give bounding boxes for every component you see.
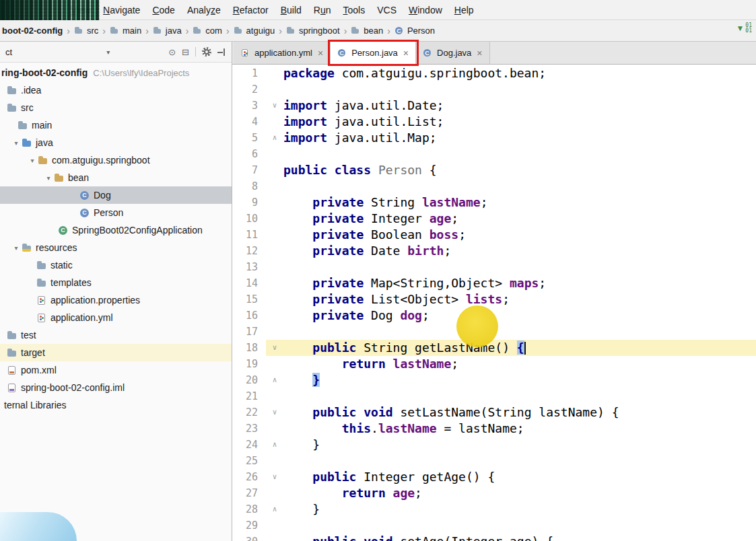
breadcrumb-item-java[interactable]: java (152, 24, 182, 37)
code-line-22[interactable]: 22∨ public void setLastName(String lastN… (232, 404, 756, 421)
code-line-21[interactable]: 21 (232, 388, 756, 404)
hide-icon[interactable] (217, 48, 226, 57)
breadcrumb-item-main[interactable]: main (109, 24, 142, 37)
tree-item-test[interactable]: test (0, 326, 232, 344)
tree-item-java[interactable]: ▾java (0, 134, 232, 151)
code-text: private Map<String,Object> maps; (283, 275, 756, 291)
fold-end-icon[interactable]: ∧ (266, 130, 283, 146)
breadcrumb-item-atguigu[interactable]: atguigu (233, 24, 276, 37)
code-line-5[interactable]: 5∧import java.util.Map; (232, 130, 756, 146)
fold-end-icon[interactable]: ∧ (266, 372, 283, 388)
tree-item-ternal-libraries[interactable]: ternal Libraries (0, 396, 232, 414)
code-line-26[interactable]: 26∨ public Integer getAge() { (232, 469, 756, 485)
code-editor[interactable]: 1package com.atguigu.springboot.bean;23∨… (232, 65, 756, 541)
code-line-11[interactable]: 11 private Boolean boss; (232, 227, 756, 243)
tree-item-target[interactable]: target (0, 344, 232, 361)
tree-item-dog[interactable]: Dog (0, 186, 232, 204)
chevron-down-icon[interactable]: ▾ (106, 48, 110, 56)
tree-item-spring-boot-02-config-iml[interactable]: spring-boot-02-config.iml (0, 379, 232, 396)
settings-icon[interactable] (202, 47, 211, 57)
code-line-2[interactable]: 2 (232, 81, 756, 98)
breadcrumb-item-springboot[interactable]: springboot (285, 24, 341, 37)
chevron-down-icon[interactable]: ▾ (27, 157, 38, 164)
menu-item-analyze[interactable]: Analyze (181, 2, 227, 18)
code-line-16[interactable]: 16 private Dog dog; (232, 308, 756, 324)
menu-item-view[interactable]: View (65, 2, 97, 18)
code-line-23[interactable]: 23 this.lastName = lastName; (232, 421, 756, 437)
tree-item-com-atguigu-springboot[interactable]: ▾com.atguigu.springboot (0, 151, 232, 169)
code-line-30[interactable]: 30 public void setAge(Integer age) { (232, 534, 756, 541)
menu-item-build[interactable]: Build (275, 2, 308, 18)
fold-end-icon[interactable]: ∧ (266, 501, 283, 517)
fold-start-icon[interactable]: ∨ (266, 340, 283, 356)
tree-item-static[interactable]: static (0, 256, 232, 274)
tree-item-bean[interactable]: ▾bean (0, 169, 232, 186)
code-line-24[interactable]: 24∧ } (232, 437, 756, 453)
chevron-down-icon[interactable]: ▾ (11, 139, 22, 147)
code-line-17[interactable]: 17 (232, 324, 756, 340)
code-line-12[interactable]: 12 private Date birth; (232, 243, 756, 259)
close-icon[interactable]: × (477, 48, 482, 59)
tree-item-label: Person (94, 207, 123, 218)
gutter-space (266, 81, 283, 98)
code-line-15[interactable]: 15 private List<Object> lists; (232, 291, 756, 308)
breadcrumb-item-bean[interactable]: bean (350, 24, 384, 37)
tab-application-yml[interactable]: application.yml× (234, 42, 331, 64)
tree-item-main[interactable]: main (0, 116, 232, 134)
breadcrumb-item-src[interactable]: src (73, 24, 99, 37)
breadcrumb-item-com[interactable]: com (192, 24, 223, 37)
tree-item-springboot02configapplication[interactable]: SpringBoot02ConfigApplication (0, 221, 232, 239)
breadcrumb-item-boot-02-config[interactable]: boot-02-config (1, 24, 63, 37)
code-line-4[interactable]: 4import java.util.List; (232, 114, 756, 130)
menu-item-code[interactable]: Code (146, 2, 180, 18)
chevron-down-icon[interactable]: ▾ (43, 174, 54, 182)
menu-item-tools[interactable]: Tools (337, 2, 372, 18)
code-line-18[interactable]: 18∨ public String getLastName() { (232, 340, 756, 356)
menu-item-refactor[interactable]: Refactor (227, 2, 275, 18)
tree-item-application-properties[interactable]: application.properties (0, 291, 232, 309)
chevron-down-icon[interactable]: ▾ (11, 244, 22, 252)
line-body (266, 517, 756, 534)
code-line-14[interactable]: 14 private Map<String,Object> maps; (232, 275, 756, 291)
tree-item-idea[interactable]: .idea (0, 81, 232, 99)
locate-icon[interactable]: ⊙ (168, 48, 176, 57)
menu-item-window[interactable]: Window (403, 2, 448, 18)
tree-item-resources[interactable]: ▾resources (0, 239, 232, 256)
code-line-27[interactable]: 27 return age; (232, 485, 756, 501)
code-line-1[interactable]: 1package com.atguigu.springboot.bean; (232, 65, 756, 81)
code-line-28[interactable]: 28∧ } (232, 501, 756, 517)
project-header-title[interactable]: ct (5, 47, 12, 57)
breadcrumb-item-person[interactable]: Person (394, 24, 436, 37)
menu-item-run[interactable]: Run (308, 2, 337, 18)
line-number: 6 (232, 146, 266, 162)
menu-item-navigate[interactable]: Navigate (97, 2, 146, 18)
code-line-10[interactable]: 10 private Integer age; (232, 211, 756, 227)
code-line-19[interactable]: 19 return lastName; (232, 356, 756, 372)
fold-start-icon[interactable]: ∨ (266, 404, 283, 421)
tree-item-ring-boot-02-config[interactable]: ring-boot-02-configC:\Users\lfy\IdeaProj… (0, 64, 232, 81)
menu-item-help[interactable]: Help (448, 2, 480, 18)
tab-person-java[interactable]: Person.java× (331, 42, 416, 64)
code-line-8[interactable]: 8 (232, 178, 756, 194)
code-line-9[interactable]: 9 private String lastName; (232, 194, 756, 211)
menu-item-vcs[interactable]: VCS (371, 2, 403, 18)
collapse-icon[interactable]: ⊟ (182, 48, 189, 57)
close-icon[interactable]: × (403, 48, 409, 59)
tab-dog-java[interactable]: Dog.java× (416, 42, 490, 64)
tree-item-application-yml[interactable]: application.yml (0, 309, 232, 326)
code-line-29[interactable]: 29 (232, 517, 756, 534)
code-line-3[interactable]: 3∨import java.util.Date; (232, 98, 756, 114)
tree-item-src[interactable]: src (0, 99, 232, 116)
code-line-20[interactable]: 20∧ } (232, 372, 756, 388)
code-line-6[interactable]: 6 (232, 146, 756, 162)
code-line-7[interactable]: 7public class Person { (232, 162, 756, 178)
fold-start-icon[interactable]: ∨ (266, 469, 283, 485)
fold-start-icon[interactable]: ∨ (266, 98, 283, 114)
code-line-13[interactable]: 13 (232, 259, 756, 275)
tree-item-templates[interactable]: templates (0, 274, 232, 291)
fold-end-icon[interactable]: ∧ (266, 437, 283, 453)
close-icon[interactable]: × (318, 48, 323, 59)
tree-item-person[interactable]: Person (0, 204, 232, 221)
code-line-25[interactable]: 25 (232, 453, 756, 469)
tree-item-pom-xml[interactable]: pom.xml (0, 361, 232, 379)
